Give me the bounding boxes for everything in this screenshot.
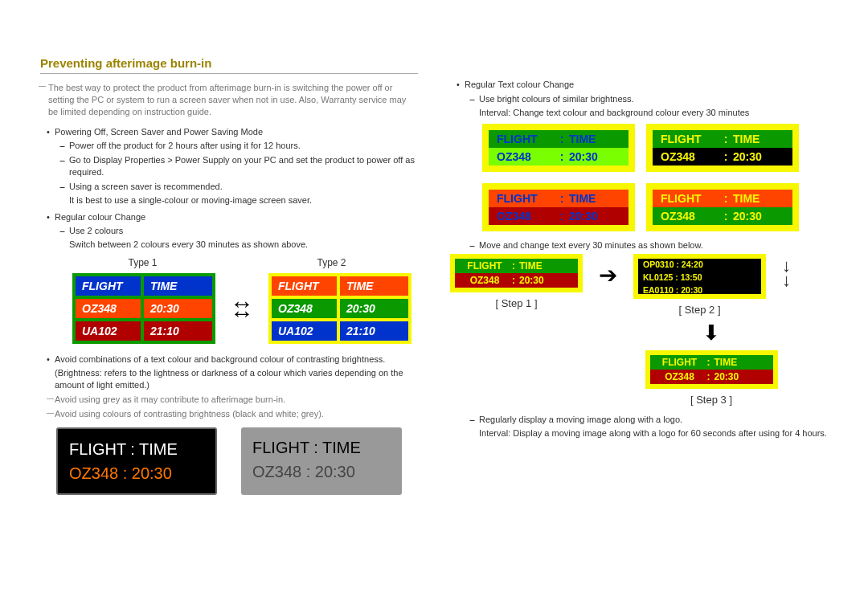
intro-text: The best way to protect the product from… [40, 82, 418, 118]
step1-label: [ Step 1 ] [450, 297, 583, 309]
step3-panel: FLIGHT:TIME OZ348:20:30 [645, 350, 778, 389]
bullet-avoid-combo: Avoid combinations of a text colour and … [55, 353, 418, 366]
quad-panel-3: FLIGHT:TIME OZ348:20:30 [482, 183, 635, 231]
left-column: Preventing afterimage burn-in The best w… [40, 56, 418, 589]
disp-line1: FLIGHT : TIME [69, 437, 204, 461]
step2-label: [ Step 2 ] [633, 304, 766, 316]
swap-arrow-icon: ↔↔ [230, 299, 254, 318]
hdr-time: TIME [340, 276, 408, 296]
arrow-right-icon: ➔ [599, 262, 617, 288]
display-grey: FLIGHT : TIME OZ348 : 20:30 [241, 427, 402, 495]
sub-move-text: Move and change text every 30 minutes as… [479, 239, 828, 251]
row-time: 20:30 [144, 299, 212, 318]
arrow-down-icon: ⬇ [702, 321, 720, 345]
quad-panel-4: FLIGHT:TIME OZ348:20:30 [646, 183, 799, 231]
bullet-colour-change: Regular colour Change [55, 211, 418, 223]
sub-display-props: Go to Display Properties > Power Supply … [69, 154, 418, 178]
sub-2colours: Use 2 colours [69, 225, 418, 237]
row-time: 21:10 [340, 321, 408, 341]
brightness-note: (Brightness: refers to the lightness or … [55, 367, 418, 391]
row-code: OZ348 [272, 299, 340, 318]
type1-label: Type 1 [72, 257, 213, 268]
type2-label: Type 2 [261, 257, 402, 268]
row-time: 20:30 [340, 299, 408, 318]
row-code: UA102 [76, 321, 144, 341]
sub-screensaver: Using a screen saver is recommended. [69, 181, 418, 193]
arrow-down-wrap: ⬇ [450, 321, 828, 345]
type-diagram: FLIGHT TIME OZ348 20:30 UA102 21:10 ↔↔ F… [72, 273, 418, 344]
step3-label: [ Step 3 ] [645, 394, 778, 406]
interval-30min: Interval: Change text colour and backgro… [479, 107, 828, 119]
disp-line2: OZ348 : 20:30 [69, 461, 204, 485]
step2-panel: OP0310 : 24:20 KL0125 : 13:50 EA0110 : 2… [633, 254, 766, 299]
hdr-flight: FLIGHT [76, 276, 144, 296]
colour-quad: FLIGHT:TIME OZ348:20:30 FLIGHT:TIME OZ34… [482, 124, 820, 231]
row-time: 21:10 [144, 321, 212, 341]
type-labels: Type 1 Type 2 [72, 257, 418, 268]
hdr-time: TIME [144, 276, 212, 296]
step3-wrap: FLIGHT:TIME OZ348:20:30 [ Step 3 ] [450, 350, 828, 406]
interval-4hours: Interval: Display a moving image along w… [479, 427, 828, 439]
section-title: Preventing afterimage burn-in [40, 56, 418, 74]
sub-2colours-note: Switch between 2 colours every 30 minute… [69, 239, 418, 251]
disp-line2: OZ348 : 20:30 [252, 460, 391, 484]
steps-row: FLIGHT:TIME OZ348:20:30 [ Step 1 ] ➔ OP0… [450, 254, 828, 316]
step2-block: OP0310 : 24:20 KL0125 : 13:50 EA0110 : 2… [633, 254, 766, 316]
step3-block: FLIGHT:TIME OZ348:20:30 [ Step 3 ] [645, 350, 778, 406]
row-code: OZ348 [76, 299, 144, 318]
bullet-power: Powering Off, Screen Saver and Power Sav… [55, 126, 418, 138]
step1-panel: FLIGHT:TIME OZ348:20:30 [450, 254, 583, 292]
note-contrast: Avoid using colours of contrasting brigh… [55, 408, 418, 420]
quad-panel-2: FLIGHT:TIME OZ348:20:30 [646, 124, 799, 172]
note-grey: Avoid using grey as it may contribute to… [55, 394, 418, 406]
sub-bright-colours: Use bright colours of similar brightness… [479, 93, 828, 105]
step1-block: FLIGHT:TIME OZ348:20:30 [ Step 1 ] [450, 254, 583, 309]
sub-screensaver-note: It is best to use a single-colour or mov… [69, 194, 418, 206]
sub-moving-image: Regularly display a moving image along w… [479, 414, 828, 426]
display-black: FLIGHT : TIME OZ348 : 20:30 [56, 427, 217, 495]
type1-table: FLIGHT TIME OZ348 20:30 UA102 21:10 [72, 273, 215, 344]
display-examples: FLIGHT : TIME OZ348 : 20:30 FLIGHT : TIM… [56, 427, 418, 495]
type2-table: FLIGHT TIME OZ348 20:30 UA102 21:10 [268, 273, 411, 344]
hdr-flight: FLIGHT [272, 276, 340, 296]
arrows-down-icon: ↓↓ [782, 259, 791, 287]
bullet-text-colour: Regular Text colour Change [465, 79, 828, 91]
row-code: UA102 [272, 321, 340, 341]
sub-power-off: Power off the product for 2 hours after … [69, 140, 418, 152]
right-column: Regular Text colour Change Use bright co… [450, 56, 828, 589]
disp-line1: FLIGHT : TIME [252, 435, 391, 460]
quad-panel-1: FLIGHT:TIME OZ348:20:30 [482, 124, 635, 172]
